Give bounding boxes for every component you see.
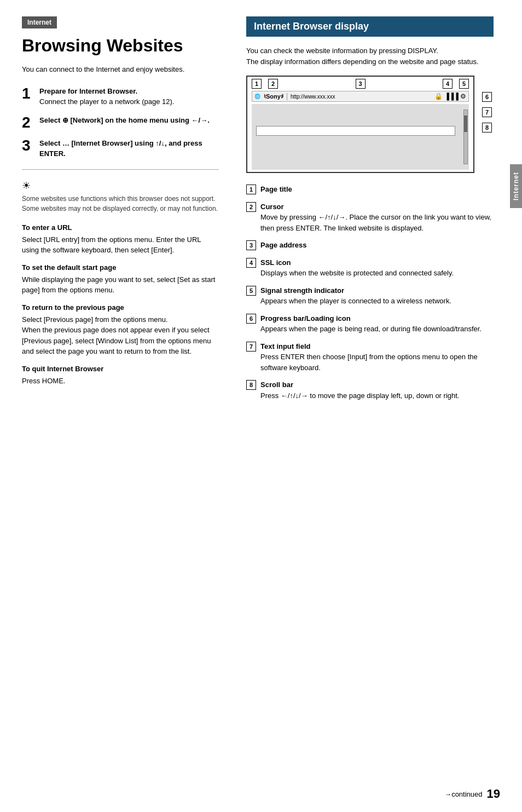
- diag-num-1: 1: [252, 79, 262, 89]
- settings-icon: ⚙: [460, 93, 466, 100]
- desc-text-8: Scroll bar Press ←/↑/↓/→ to move the pag…: [260, 379, 459, 401]
- sub-content-start: While displaying the page you want to se…: [22, 274, 219, 296]
- step-3-bold: Select … [Internet Browser] using ↑/↓, a…: [39, 139, 202, 158]
- desc-item-6: 6 Progress bar/Loading icon Appears when…: [246, 313, 494, 335]
- left-column: Internet Browsing Websites You can conne…: [22, 16, 235, 796]
- desc-num-5: 5: [246, 286, 256, 296]
- right-column: Internet Browser display You can check t…: [235, 16, 494, 796]
- diag-num-6: 6: [482, 92, 492, 102]
- page-number: 19: [487, 787, 500, 801]
- step-3-number: 3: [22, 138, 34, 153]
- desc-item-4: 4 SSL icon Displays when the website is …: [246, 257, 494, 279]
- section-header: Internet: [22, 16, 57, 28]
- intro-text: You can connect to the Internet and enjo…: [22, 64, 219, 75]
- diag-num-3: 3: [356, 79, 366, 89]
- diag-num-8: 8: [482, 123, 492, 133]
- sub-content-quit: Press HOME.: [22, 376, 219, 387]
- scrollbar-thumb: [464, 116, 467, 132]
- browser-url: http://www.xxx.xxx: [291, 94, 432, 100]
- desc-text-1: Page title: [260, 184, 292, 195]
- scroll-detail: Press ←/↑/↓/→ to move the page display l…: [260, 391, 459, 400]
- sub-section-url: To enter a URL Select [URL entry] from t…: [22, 223, 219, 256]
- sub-section-prev-page: To return to the previous page Select [P…: [22, 303, 219, 357]
- desc-item-2: 2 Cursor Move by pressing ←/↑/↓/→. Place…: [246, 201, 494, 234]
- desc-list: 1 Page title 2 Cursor Move by pressing ←…: [246, 184, 494, 401]
- scrollbar-diagram: [463, 110, 468, 164]
- sub-section-quit: To quit Internet Browser Press HOME.: [22, 365, 219, 387]
- step-1-number: 1: [22, 86, 34, 101]
- step-2-bold: Select ⊕ [Network] on the home menu usin…: [39, 116, 210, 124]
- sidebar-label: Internet: [512, 172, 520, 200]
- desc-item-1: 1 Page title: [246, 184, 494, 195]
- step-2-content: Select ⊕ [Network] on the home menu usin…: [39, 115, 210, 126]
- text-input-field-diagram: [256, 126, 455, 136]
- diag-num-7: 7: [482, 107, 492, 117]
- divider: [22, 169, 219, 170]
- right-nums-col: 6 7 8: [482, 92, 492, 133]
- sidebar-tab: Internet: [510, 164, 522, 208]
- step-1-content: Prepare for Internet Browser. Connect th…: [39, 86, 174, 107]
- desc-text-3: Page address: [260, 240, 307, 251]
- step-1-bold: Prepare for Internet Browser.: [39, 87, 137, 95]
- sub-heading-url: To enter a URL: [22, 223, 219, 232]
- desc-text-4: SSL icon Displays when the website is pr…: [260, 257, 454, 279]
- desc-text-2: Cursor Move by pressing ←/↑/↓/→. Place t…: [260, 201, 494, 234]
- signal-icon: ▐▐▐: [444, 93, 459, 100]
- diag-num-5: 5: [459, 79, 469, 89]
- browser-brand: ♮Sony♯: [264, 93, 287, 100]
- diagram-inner: 1 2 3 4 5 🌐 ♮Sony♯ http://www.x: [247, 77, 473, 170]
- desc-num-4: 4: [246, 258, 256, 268]
- browser-diagram-wrapper: 1 2 3 4 5 🌐 ♮Sony♯ http://www.x: [246, 76, 474, 173]
- desc-num-8: 8: [246, 380, 256, 390]
- right-section-title: Internet Browser display: [246, 16, 494, 37]
- desc-item-5: 5 Signal strength indicator Appears when…: [246, 285, 494, 307]
- sub-heading-prev: To return to the previous page: [22, 303, 219, 312]
- sub-section-start-page: To set the default start page While disp…: [22, 263, 219, 296]
- lock-icon: 🔒: [434, 93, 443, 100]
- page-title: Browsing Websites: [22, 36, 219, 55]
- sub-heading-start: To set the default start page: [22, 263, 219, 272]
- tip-text: Some websites use functions which this b…: [22, 194, 219, 214]
- browser-icons: 🔒 ▐▐▐ ⚙: [434, 93, 466, 100]
- step-1: 1 Prepare for Internet Browser. Connect …: [22, 86, 219, 107]
- desc-item-3: 3 Page address: [246, 240, 494, 251]
- desc-num-1: 1: [246, 185, 256, 194]
- desc-text-6: Progress bar/Loading icon Appears when t…: [260, 313, 482, 335]
- step-3: 3 Select … [Internet Browser] using ↑/↓,…: [22, 138, 219, 159]
- right-intro: You can check the website information by…: [246, 45, 494, 67]
- desc-item-8: 8 Scroll bar Press ←/↑/↓/→ to move the p…: [246, 379, 494, 401]
- desc-item-7: 7 Text input field Press ENTER then choo…: [246, 341, 494, 373]
- desc-num-6: 6: [246, 314, 256, 324]
- desc-num-2: 2: [246, 202, 256, 212]
- diag-num-2: 2: [268, 79, 278, 89]
- step-3-content: Select … [Internet Browser] using ↑/↓, a…: [39, 138, 219, 159]
- sub-content-prev: Select [Previous page] from the options …: [22, 314, 219, 357]
- desc-text-7: Text input field Press ENTER then choose…: [260, 341, 494, 373]
- diagram-numbers-row: 1 2 3 4 5: [247, 77, 473, 90]
- tip-icon: ☀: [22, 180, 219, 192]
- tip-section: ☀ Some websites use functions which this…: [22, 180, 219, 214]
- browser-diagram: 1 2 3 4 5 🌐 ♮Sony♯ http://www.x: [246, 76, 474, 173]
- step-2-number: 2: [22, 115, 34, 130]
- desc-num-3: 3: [246, 240, 256, 250]
- browser-bar: 🌐 ♮Sony♯ http://www.xxx.xxx 🔒 ▐▐▐ ⚙: [252, 91, 469, 102]
- desc-text-5: Signal strength indicator Appears when t…: [260, 285, 451, 307]
- desc-num-7: 7: [246, 342, 256, 352]
- continued-text: →continued: [444, 790, 482, 798]
- sub-heading-quit: To quit Internet Browser: [22, 365, 219, 373]
- step-2: 2 Select ⊕ [Network] on the home menu us…: [22, 115, 219, 130]
- step-1-detail: Connect the player to a network (page 12…: [39, 97, 174, 106]
- page-footer: →continued 19: [444, 787, 500, 801]
- sub-content-url: Select [URL entry] from the options menu…: [22, 234, 219, 256]
- diag-num-4: 4: [443, 79, 453, 89]
- browser-favicon: 🌐: [254, 94, 260, 99]
- browser-content-area: [252, 104, 469, 170]
